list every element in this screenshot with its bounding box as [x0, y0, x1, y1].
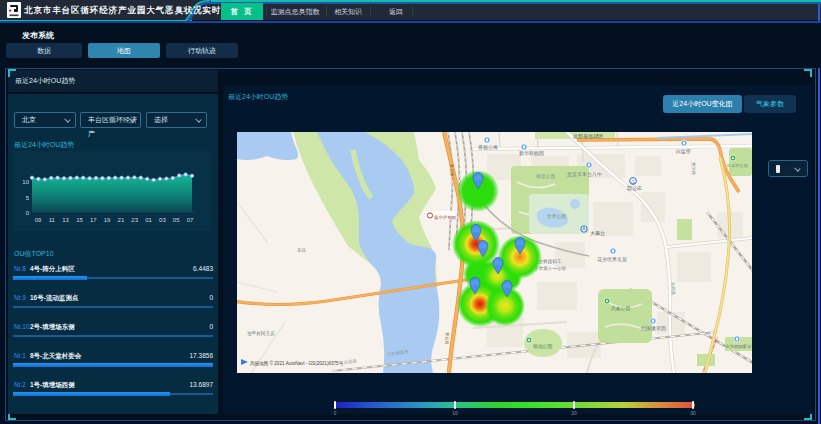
svg-text:09: 09 [35, 217, 42, 223]
svg-text:07: 07 [187, 217, 194, 223]
svg-text:辛庄: 辛庄 [297, 247, 307, 253]
svg-text:新华联丽园: 新华联丽园 [519, 150, 544, 157]
svg-text:纪保康家园: 纪保康家园 [641, 325, 666, 332]
svg-text:樊羊路: 樊羊路 [691, 162, 696, 176]
svg-text:15: 15 [76, 217, 83, 223]
svg-text:大葆台: 大葆台 [590, 230, 605, 236]
svg-text:高鑫公园: 高鑫公园 [611, 305, 630, 311]
svg-text:北京市丰台八中: 北京市丰台八中 [567, 171, 602, 178]
svg-text:0: 0 [26, 210, 30, 216]
svg-text:01: 01 [145, 217, 152, 223]
svg-text:高德地图 © 2021 AutoNavi - GS(2021: 高德地图 © 2021 AutoNavi - GS(2021)6375号 [250, 360, 344, 367]
svg-text:总部基地18区: 总部基地18区 [573, 133, 604, 140]
svg-text:看杨公寓: 看杨公寓 [478, 144, 498, 151]
svg-text:G: G [631, 179, 635, 185]
svg-text:银地公园: 银地公园 [533, 343, 552, 349]
svg-text:21: 21 [118, 217, 125, 223]
svg-text:紫谷伊甸园: 紫谷伊甸园 [434, 215, 456, 220]
svg-text:10: 10 [22, 179, 29, 185]
svg-text:23: 23 [131, 217, 138, 223]
svg-text:青云坝: 青云坝 [444, 332, 450, 345]
svg-text:青云坝: 青云坝 [449, 164, 455, 177]
svg-text:世界公园: 世界公园 [546, 214, 566, 219]
svg-text:郭公庄: 郭公庄 [627, 185, 642, 192]
svg-text:19: 19 [104, 217, 111, 223]
svg-text:05: 05 [173, 217, 180, 223]
svg-text:17: 17 [90, 217, 97, 223]
svg-text:03: 03 [159, 217, 166, 223]
svg-text:花乡世界名居: 花乡世界名居 [597, 256, 627, 263]
svg-text:白盆窑公园: 白盆窑公园 [727, 163, 748, 168]
svg-text:11: 11 [49, 217, 56, 223]
svg-text:13: 13 [62, 217, 69, 223]
svg-text:5: 5 [26, 195, 30, 201]
svg-text:白盆窑: 白盆窑 [676, 148, 691, 155]
svg-text:御景公园: 御景公园 [536, 174, 555, 179]
